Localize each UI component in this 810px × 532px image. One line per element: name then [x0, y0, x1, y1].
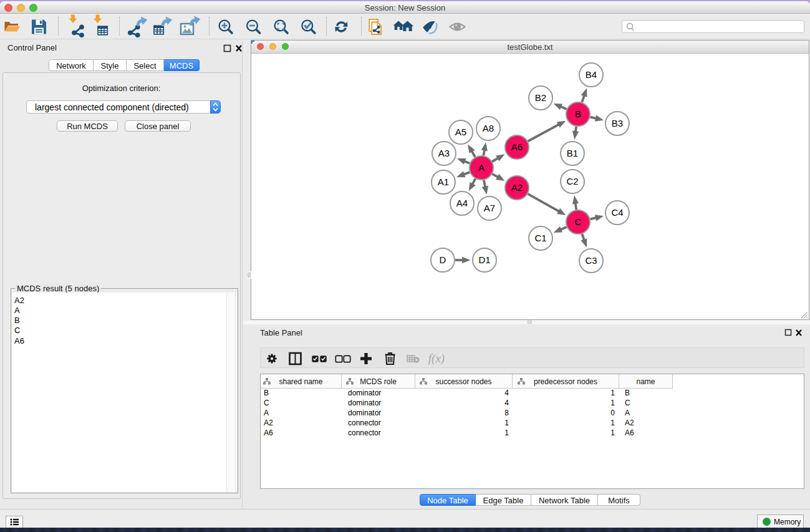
svg-text:B4: B4: [586, 69, 597, 80]
svg-text:B1: B1: [567, 148, 578, 158]
svg-text:A4: A4: [456, 198, 468, 208]
svg-text:A5: A5: [455, 127, 466, 137]
svg-text:C: C: [575, 216, 582, 227]
svg-text:B3: B3: [612, 118, 623, 128]
svg-text:A7: A7: [484, 203, 495, 213]
svg-text:A: A: [478, 162, 485, 173]
svg-text:C1: C1: [534, 233, 546, 243]
svg-text:C4: C4: [611, 207, 623, 218]
svg-text:D: D: [440, 254, 446, 265]
svg-text:B2: B2: [535, 92, 546, 103]
svg-text:D1: D1: [478, 254, 490, 265]
svg-text:A8: A8: [483, 123, 494, 133]
svg-text:A2: A2: [511, 182, 523, 193]
svg-text:B: B: [575, 109, 581, 119]
svg-text:C2: C2: [566, 176, 578, 186]
svg-text:A3: A3: [438, 148, 450, 158]
svg-text:C3: C3: [585, 255, 597, 266]
svg-text:A1: A1: [438, 177, 449, 187]
svg-text:f(x): f(x): [428, 352, 445, 365]
svg-text:A6: A6: [511, 142, 523, 152]
